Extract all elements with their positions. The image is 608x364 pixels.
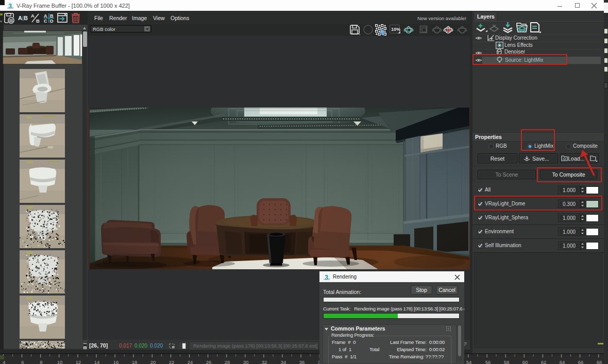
svg-text:C: C	[44, 19, 47, 23]
svg-text:B: B	[36, 18, 40, 23]
svg-text:A: A	[31, 13, 35, 19]
svg-text:D: D	[50, 19, 54, 23]
svg-text:A: A	[44, 13, 47, 19]
svg-text:B: B	[50, 13, 54, 19]
